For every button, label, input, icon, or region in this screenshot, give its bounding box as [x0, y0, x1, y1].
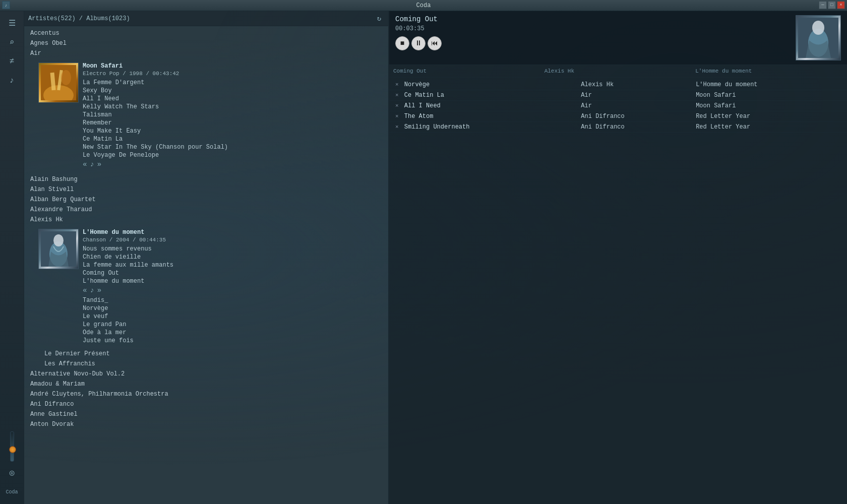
now-playing-section: Coming Out 00:03:35 ■ ⏸ ⏮	[389, 11, 847, 65]
track-norvege[interactable]: Norvège	[83, 304, 384, 312]
now-playing-time: 00:03:35	[395, 25, 790, 32]
artist-alain-bashung[interactable]: Alain Bashung	[24, 174, 388, 184]
next-btn-lhomme[interactable]: »	[97, 286, 101, 294]
right-panel: Coming Out 00:03:35 ■ ⏸ ⏮ Coming Out	[388, 11, 847, 504]
queue-song: All I Need	[404, 102, 441, 109]
track-coming-out[interactable]: Coming Out	[83, 269, 384, 277]
search-icon[interactable]: ⌕	[4, 34, 20, 50]
library-stats: Artistes(522) / Albums(1023)	[28, 15, 374, 22]
prev-btn-lhomme[interactable]: «	[83, 286, 87, 294]
artist-list[interactable]: Accentus Agnes Obel Air	[24, 26, 388, 504]
speaker-icon[interactable]: ♪	[4, 73, 20, 89]
volume-knob[interactable]	[9, 446, 16, 453]
artist-anne-gastinel[interactable]: Anne Gastinel	[24, 409, 388, 419]
track-ode[interactable]: Ode à la mer	[83, 329, 384, 337]
track-la-femme[interactable]: La Femme D'argent	[83, 79, 384, 87]
album-art-lhomme[interactable]	[38, 229, 79, 269]
refresh-button[interactable]: ↻	[374, 14, 384, 24]
track-new-star[interactable]: New Star In The Sky (Chanson pour Solal)	[83, 143, 384, 151]
queue-remove-btn[interactable]: × Norvège	[389, 80, 577, 90]
queue-remove-btn[interactable]: × Smiling Underneath	[389, 122, 577, 133]
next-btn-moon[interactable]: »	[97, 160, 101, 168]
queue-album: Moon Safari	[692, 101, 847, 111]
queue-album: Moon Safari	[692, 90, 847, 101]
track-you-make-it-easy[interactable]: You Make It Easy	[83, 127, 384, 135]
close-button[interactable]: ×	[837, 1, 845, 9]
moon-safari-info: Moon Safari Electro Pop / 1998 / 00:43:4…	[83, 62, 384, 170]
track-remember[interactable]: Remember	[83, 119, 384, 127]
pause-button[interactable]: ⏸	[411, 36, 426, 50]
filter-icon[interactable]: ≠	[4, 53, 20, 70]
artist-anton-dvorak[interactable]: Anton Dvorak	[24, 419, 388, 429]
artist-andre[interactable]: André Cluytens, Philharmonia Orchestra	[24, 389, 388, 399]
queue-row[interactable]: × Norvège Alexis Hk L'Homme du moment	[389, 80, 847, 90]
artist-le-dernier[interactable]: Le Dernier Présent	[24, 349, 388, 359]
track-lhomme-du-moment[interactable]: L'homme du moment	[83, 277, 384, 285]
left-panel: Artistes(522) / Albums(1023) ↻ Accentus …	[24, 11, 388, 504]
album-art-moon-safari[interactable]	[38, 62, 79, 103]
artist-agnes-obel[interactable]: Agnes Obel	[24, 38, 388, 48]
titlebar-controls: — □ ×	[819, 1, 845, 9]
titlebar: ♪ Coda — □ ×	[0, 0, 847, 11]
artist-les-affranchis[interactable]: Les Affranchis	[24, 359, 388, 369]
queue-artist: Alexis Hk	[577, 80, 692, 90]
queue-remove-btn[interactable]: × The Atom	[389, 111, 577, 122]
prev-button[interactable]: ⏮	[428, 36, 442, 50]
artist-amadou[interactable]: Amadou & Mariam	[24, 379, 388, 389]
queue-row[interactable]: × Smiling Underneath Ani Difranco Red Le…	[389, 122, 847, 133]
now-playing-info: Coming Out 00:03:35 ■ ⏸ ⏮	[395, 15, 790, 50]
queue-song: Smiling Underneath	[404, 123, 470, 131]
artist-alternative[interactable]: Alternative Novo-Dub Vol.2	[24, 369, 388, 379]
queue-row[interactable]: × Ce Matin La Air Moon Safari	[389, 90, 847, 101]
track-all-i-need[interactable]: All I Need	[83, 95, 384, 103]
svg-point-7	[53, 234, 64, 246]
queue-remove-btn[interactable]: × All I Need	[389, 101, 577, 111]
track-sexy-boy[interactable]: Sexy Boy	[83, 87, 384, 95]
titlebar-icon: ♪	[2, 1, 10, 9]
moon-safari-meta: Electro Pop / 1998 / 00:43:42	[83, 71, 384, 77]
album-lhomme: L'Homme du moment Chanson / 2004 / 00:44…	[24, 227, 388, 347]
player-controls: ■ ⏸ ⏮	[395, 36, 790, 50]
track-ce-matin-la[interactable]: Ce Matin La	[83, 135, 384, 143]
queue-row[interactable]: × The Atom Ani Difranco Red Letter Year	[389, 111, 847, 122]
col3-header: L'Homme du moment	[691, 67, 842, 76]
track-talisman[interactable]: Talisman	[83, 111, 384, 119]
track-le-grand-pan[interactable]: Le grand Pan	[83, 321, 384, 329]
titlebar-title: Coda	[416, 2, 431, 9]
track-juste[interactable]: Juste une fois	[83, 337, 384, 345]
volume-slider[interactable]	[10, 431, 14, 462]
globe-icon[interactable]: ◎	[4, 465, 20, 481]
artist-alban-berg[interactable]: Alban Berg Quartet	[24, 195, 388, 205]
menu-icon[interactable]: ☰	[4, 15, 20, 31]
now-playing-title: Coming Out	[395, 15, 790, 23]
queue-row[interactable]: × All I Need Air Moon Safari	[389, 101, 847, 111]
album-moon-safari: Moon Safari Electro Pop / 1998 / 00:43:4…	[24, 60, 388, 172]
track-la-femme-mille[interactable]: La femme aux mille amants	[83, 261, 384, 269]
queue-album: Red Letter Year	[692, 111, 847, 122]
artist-alexandre[interactable]: Alexandre Tharaud	[24, 205, 388, 215]
artist-ani-difranco[interactable]: Ani Difranco	[24, 399, 388, 409]
track-le-voyage[interactable]: Le Voyage De Penelope	[83, 151, 384, 159]
track-chien[interactable]: Chien de vieille	[83, 253, 384, 261]
track-tandis[interactable]: Tandis_	[83, 296, 384, 304]
artist-alan-stivell[interactable]: Alan Stivell	[24, 184, 388, 195]
play-btn-moon[interactable]: ♪	[90, 160, 94, 168]
track-kelly[interactable]: Kelly Watch The Stars	[83, 103, 384, 111]
queue-song: The Atom	[404, 113, 434, 120]
queue-remove-btn[interactable]: × Ce Matin La	[389, 90, 577, 101]
lhomme-title: L'Homme du moment	[83, 229, 384, 236]
artist-alexis-hk[interactable]: Alexis Hk	[24, 215, 388, 225]
play-btn-lhomme[interactable]: ♪	[90, 286, 94, 294]
stop-button[interactable]: ■	[395, 36, 409, 50]
queue-column-headers: Coming Out Alexis Hk L'Homme du moment	[389, 65, 847, 78]
prev-btn-moon[interactable]: «	[83, 160, 87, 168]
artist-accentus[interactable]: Accentus	[24, 28, 388, 38]
artist-air[interactable]: Air	[24, 48, 388, 58]
col2-header: Alexis Hk	[540, 67, 692, 76]
now-playing-album-art	[796, 15, 841, 60]
track-le-veuf[interactable]: Le veuf	[83, 312, 384, 321]
minimize-button[interactable]: —	[819, 1, 827, 9]
track-nous-sommes[interactable]: Nous sommes revenus	[83, 245, 384, 253]
queue-section[interactable]: × Norvège Alexis Hk L'Homme du moment × …	[389, 78, 847, 504]
maximize-button[interactable]: □	[828, 1, 836, 9]
